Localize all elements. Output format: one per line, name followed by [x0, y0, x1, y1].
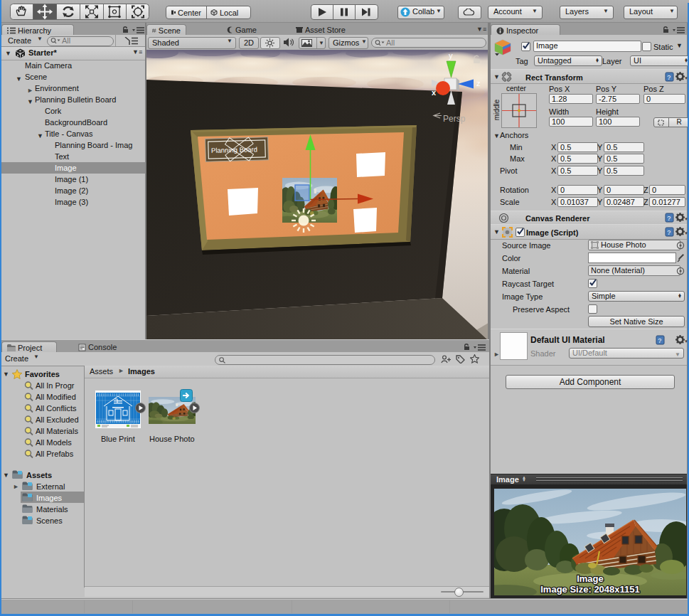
svg-text:?: ? [667, 74, 671, 81]
svg-text:Center: Center [178, 9, 201, 17]
svg-text:?: ? [667, 215, 671, 222]
svg-text:Local: Local [220, 9, 238, 17]
svg-text:Image: Image [577, 573, 604, 584]
svg-text:y: y [449, 51, 453, 60]
svg-text:Persp: Persp [443, 114, 466, 124]
svg-text:Image Size: 2048x1151: Image Size: 2048x1151 [540, 584, 640, 595]
svg-text:Planning Board: Planning Board [211, 145, 257, 154]
svg-text:z: z [476, 79, 481, 87]
svg-text:x: x [432, 88, 437, 97]
svg-text:?: ? [667, 229, 671, 236]
svg-text:?: ? [658, 337, 661, 344]
